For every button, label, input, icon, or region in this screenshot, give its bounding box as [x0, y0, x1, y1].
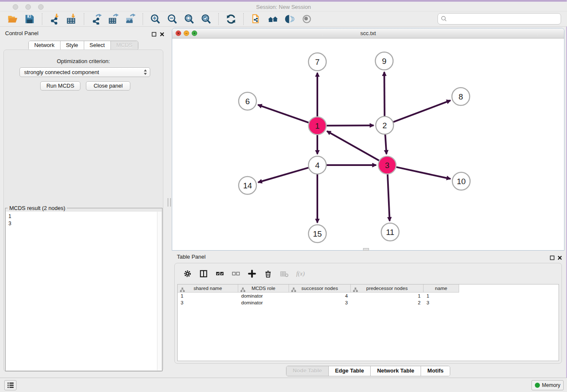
graph-edge-3-11[interactable] — [388, 174, 390, 221]
export-table-icon — [108, 14, 119, 25]
network-window-titlebar[interactable]: ✕ − + scc.txt — [172, 28, 564, 39]
graph-node-9[interactable]: 9 — [375, 52, 393, 70]
export-table-button[interactable] — [107, 13, 119, 25]
memory-status-icon — [535, 383, 540, 388]
result-scrollbar[interactable] — [157, 212, 162, 370]
show-style-icon — [284, 14, 295, 25]
column-header-predecessor-nodes[interactable]: predecessor nodes — [351, 284, 424, 293]
table-settings-button[interactable] — [183, 269, 193, 279]
export-image-button[interactable] — [124, 13, 136, 25]
table-row[interactable]: 3dominator323 — [178, 299, 559, 306]
task-history-button[interactable] — [4, 380, 17, 390]
column-header-label: shared name — [178, 286, 238, 291]
column-header-name[interactable]: name — [424, 284, 459, 293]
open-session-button[interactable] — [7, 13, 19, 25]
tab-motifs[interactable]: Motifs — [421, 366, 450, 376]
horizontal-splitter-handle[interactable] — [363, 248, 369, 251]
zoom-out-button[interactable] — [166, 13, 178, 25]
deselect-all-button[interactable] — [231, 269, 241, 279]
node-label: 7 — [315, 58, 320, 66]
cell-successor-nodes[interactable]: 4 — [289, 293, 351, 299]
graph-edge-3-10[interactable] — [396, 167, 450, 179]
search-field[interactable] — [438, 13, 561, 25]
main-toolbar — [0, 11, 567, 27]
control-panel-close-button[interactable] — [160, 31, 165, 36]
mcds-result-area[interactable]: 13 — [6, 212, 162, 370]
select-all-icon — [215, 269, 225, 279]
delete-row-icon — [264, 269, 273, 279]
clone-network-icon — [250, 14, 261, 25]
table-panel-float-button[interactable] — [550, 254, 555, 259]
cell-shared-name[interactable]: 3 — [178, 299, 238, 306]
graph-node-7[interactable]: 7 — [308, 53, 326, 71]
zoom-in-button[interactable] — [149, 13, 161, 25]
add-row-icon — [248, 269, 257, 279]
refresh-layout-button[interactable] — [225, 13, 237, 25]
graph-edge-3-1[interactable] — [327, 131, 379, 160]
show-style-button[interactable] — [284, 13, 296, 25]
tab-network-table[interactable]: Network Table — [371, 366, 421, 376]
graph-node-10[interactable]: 10 — [452, 172, 470, 190]
graph-edge-4-14[interactable] — [258, 168, 308, 182]
column-header-shared-name[interactable]: shared name — [178, 284, 238, 293]
cell-mcds-role[interactable]: dominator — [238, 293, 289, 299]
column-header-mcds-role[interactable]: MCDS role — [238, 284, 289, 293]
control-panel-float-button[interactable] — [151, 31, 157, 36]
column-header-successor-nodes[interactable]: successor nodes — [289, 284, 351, 293]
vertical-splitter-handle[interactable] — [168, 198, 171, 207]
import-network-button[interactable] — [49, 13, 61, 25]
clone-network-button[interactable] — [250, 13, 262, 25]
node-label: 11 — [386, 228, 394, 237]
cell-mcds-role[interactable]: dominator — [238, 299, 289, 306]
memory-button[interactable]: Memory — [531, 380, 564, 390]
graph-node-6[interactable]: 6 — [239, 92, 256, 110]
cell-name[interactable]: 3 — [424, 299, 459, 306]
graph-node-4[interactable]: 4 — [308, 156, 326, 174]
tab-node-table[interactable]: Node Table — [286, 366, 329, 376]
tab-edge-table[interactable]: Edge Table — [329, 366, 371, 376]
show-columns-button[interactable] — [199, 269, 209, 279]
network-canvas[interactable]: 1234678910111415 — [172, 39, 564, 250]
tab-select[interactable]: Select — [84, 41, 111, 50]
delete-row-button[interactable] — [263, 269, 273, 279]
tab-mcds[interactable]: MCDS — [111, 41, 138, 50]
cell-predecessor-nodes[interactable]: 2 — [351, 299, 424, 306]
run-mcds-button[interactable]: Run MCDS — [40, 81, 80, 91]
tab-network[interactable]: Network — [29, 41, 61, 50]
cell-predecessor-nodes[interactable]: 1 — [351, 293, 424, 299]
table-row[interactable]: 1dominator411 — [178, 293, 559, 299]
import-table-button[interactable] — [66, 13, 77, 25]
close-icon — [557, 255, 562, 260]
graph-node-1[interactable]: 1 — [308, 117, 326, 135]
export-network-button[interactable] — [91, 13, 102, 25]
criterion-dropdown[interactable]: strongly connected component — [19, 67, 150, 77]
home-layout-button[interactable] — [267, 13, 279, 25]
close-panel-button[interactable]: Close panel — [86, 81, 130, 91]
add-row-button[interactable] — [247, 269, 257, 279]
window-title: Session: New Session — [0, 4, 567, 10]
search-input[interactable] — [449, 15, 561, 23]
graph-node-11[interactable]: 11 — [381, 223, 399, 241]
hide-view-button[interactable] — [301, 13, 313, 25]
graph-edge-2-3[interactable] — [385, 135, 386, 154]
toolbar-separator — [42, 13, 42, 25]
graph-edge-1-6[interactable] — [258, 105, 309, 123]
graph-node-2[interactable]: 2 — [376, 116, 394, 134]
graph-node-8[interactable]: 8 — [452, 88, 470, 105]
cell-name[interactable]: 1 — [424, 293, 459, 299]
graph-node-14[interactable]: 14 — [239, 177, 256, 194]
mcds-result-line: 1 — [6, 213, 162, 220]
save-session-button[interactable] — [24, 13, 36, 25]
graph-node-3[interactable]: 3 — [378, 156, 396, 174]
zoom-selected-button[interactable] — [200, 13, 212, 25]
cell-successor-nodes[interactable]: 3 — [289, 299, 351, 306]
zoom-fit-button[interactable] — [183, 13, 195, 25]
select-all-button[interactable] — [215, 269, 225, 279]
graph-edge-2-9[interactable] — [384, 72, 385, 116]
graph-edge-1-2[interactable] — [327, 125, 374, 126]
cell-shared-name[interactable]: 1 — [178, 293, 238, 299]
graph-node-15[interactable]: 15 — [308, 225, 326, 243]
graph-edge-2-8[interactable] — [394, 100, 451, 122]
tab-style[interactable]: Style — [61, 41, 84, 50]
table-panel-close-button[interactable] — [557, 254, 562, 259]
